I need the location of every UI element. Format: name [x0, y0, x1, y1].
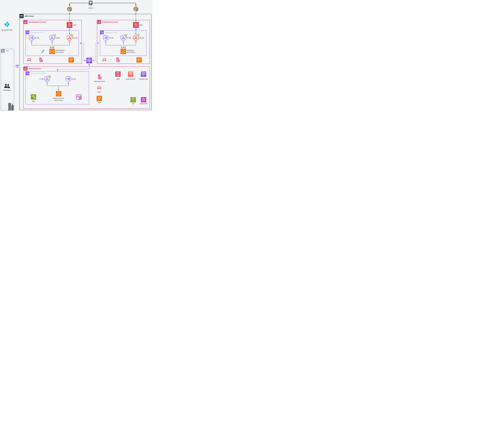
- karpenter-icon: [41, 49, 45, 54]
- transit-gateway-icon: [86, 58, 92, 63]
- vpc-badge-icon: [100, 30, 104, 34]
- route53-external-zone-icon: 53: [128, 71, 133, 77]
- ext-alb-icon-dev: [67, 35, 72, 41]
- internet-globe-icon-left: [67, 6, 72, 12]
- route53-internal-zone-icon: 53: [141, 71, 146, 77]
- ecr-icon-dev: [69, 57, 74, 63]
- s3-icon: [130, 97, 136, 102]
- internal-zone-label: Internal Zone: [138, 78, 150, 80]
- dynamodb-label: DynamoDB: [138, 103, 150, 105]
- int-nlb-label-dev: int-nlb: [35, 37, 39, 39]
- int-alb-label-prod: int-alb: [127, 37, 131, 39]
- int-nlb-label-prod: int-nlb: [109, 37, 113, 39]
- dynamodb-icon: [141, 97, 146, 102]
- ext-alb-label-dev: ext-alb: [73, 37, 77, 39]
- int-nlb-icon-prod: [103, 35, 108, 41]
- int-nlb-label-shared: int-nlb: [72, 78, 76, 80]
- production-account-label: Production Account: [102, 21, 118, 23]
- parameter-store-icon-dev: [38, 57, 43, 63]
- waf-label-dev: WAF: [73, 24, 76, 26]
- efs-icon: [31, 94, 36, 100]
- development-account-label: Development Account: [29, 21, 46, 23]
- acm-icon: [115, 71, 121, 77]
- architecture-diagram: Clients aws AWS Cl: [0, 0, 153, 110]
- helm-irsa-icon-prod: [102, 57, 107, 62]
- parameter-store-icon-shared: [97, 74, 102, 80]
- svg-text:K: K: [58, 93, 59, 95]
- rds-icon: Amazon RDS: [76, 94, 82, 100]
- buildings-icon: [8, 103, 14, 110]
- ext-alb-label-prod: ext-alb: [139, 37, 144, 39]
- vpc-badge-icon: [25, 71, 29, 75]
- ext-alb-icon-prod: [133, 35, 139, 41]
- git-icon: [4, 21, 10, 27]
- production-vpc-label: Production (VPC): [105, 32, 117, 33]
- clients-lines: [70, 3, 136, 6]
- int-alb-icon-shared: [44, 76, 50, 82]
- int-nlb-icon-dev: [29, 35, 35, 41]
- int-alb-label-shared: int-alb: [36, 78, 44, 80]
- ecr-label: ECR: [95, 102, 103, 103]
- svg-text:53: 53: [130, 73, 131, 75]
- shared-vpc-label: Shared Services (VPC): [31, 72, 46, 74]
- vpc-badge-icon: [25, 30, 29, 34]
- org-boundary: Org: [1, 49, 14, 110]
- irsa-icon: [96, 85, 102, 90]
- eks-cluster-icon-dev: K: [49, 49, 55, 54]
- eks-cluster-icon-shared: K: [56, 91, 61, 96]
- svg-text:K: K: [52, 51, 53, 52]
- irsa-label: IRSA: [95, 91, 103, 93]
- ecr-icon-prod: [137, 57, 142, 63]
- efs-label: EFS: [29, 100, 37, 102]
- svg-text:K: K: [123, 51, 124, 52]
- aws-logo-icon: aws: [19, 14, 24, 18]
- eks-cluster-label-prod: Production EKS Cluster: [127, 49, 135, 53]
- git-source-code-label: Git Source Code: [0, 29, 14, 31]
- waf-icon-prod: [133, 22, 139, 28]
- acm-label: ACM: [114, 78, 122, 80]
- org-label: Org: [6, 50, 9, 52]
- account-badge-icon: [23, 20, 27, 24]
- account-badge-icon: [97, 20, 101, 24]
- s3-label: S3: [129, 103, 137, 105]
- developers-icon: [4, 84, 10, 89]
- account-badge-icon: [23, 67, 27, 71]
- aws-cloud-label: AWS Cloud: [25, 15, 34, 17]
- eks-cluster-label-dev: Development EKS Cluster: [55, 49, 64, 53]
- ecr-icon-shared: [97, 96, 102, 101]
- int-alb-icon-prod: [121, 35, 126, 41]
- svg-text:53: 53: [143, 73, 144, 75]
- secure-access-lock-icon: [15, 64, 19, 68]
- clients-monitor-icon: [88, 0, 93, 6]
- waf-icon-dev: [67, 22, 72, 28]
- developers-label: Developers: [0, 89, 14, 91]
- int-alb-icon-dev: [49, 35, 55, 41]
- eks-cluster-icon-prod: K: [121, 49, 126, 54]
- shared-account-label: Shared Account: [29, 68, 41, 70]
- int-nlb-icon-shared: [65, 76, 71, 82]
- external-zone-label: External Zone: [125, 78, 137, 80]
- certificate-key-icon: [48, 75, 51, 79]
- eks-cluster-label-shared: Shared Services EKS Cluster: [50, 97, 68, 101]
- helm-irsa-icon-dev: [27, 57, 32, 62]
- development-vpc-label: Development (VPC): [31, 32, 44, 33]
- waf-label-prod: WAF: [140, 24, 143, 26]
- parameter-store-label: Parameter Store: [92, 80, 107, 82]
- org-building-icon: [1, 49, 5, 53]
- internet-globe-icon-right: [133, 6, 139, 12]
- clients-label: Clients: [85, 7, 97, 9]
- parameter-store-icon-prod: [115, 57, 121, 63]
- int-alb-label-dev: int-alb: [55, 37, 60, 39]
